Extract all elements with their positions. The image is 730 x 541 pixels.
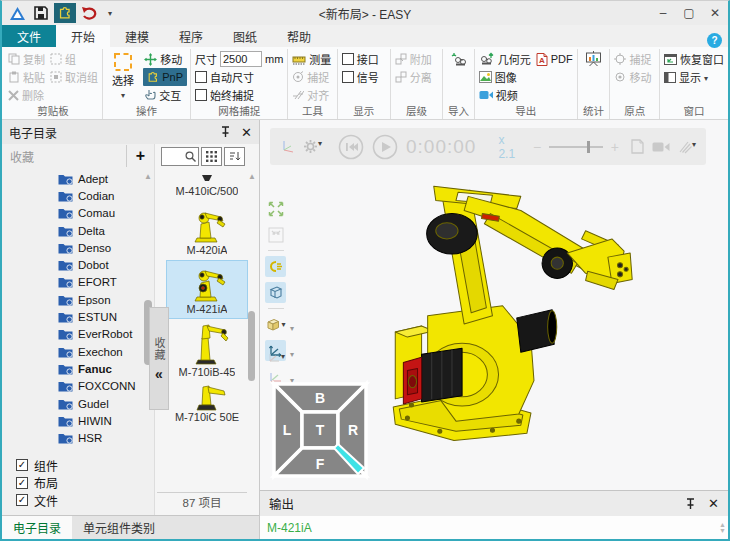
export-image-button[interactable]: 图像 [478,68,532,86]
view-cube[interactable]: B L T R F [270,372,370,482]
speed-plus-button[interactable]: + [611,139,619,155]
brand-item-selected[interactable]: Fanuc [58,360,154,377]
sort-button[interactable] [224,147,245,166]
zoom-fit-button[interactable] [265,198,286,219]
brand-item[interactable]: ESTUN [58,308,154,325]
output-close-icon[interactable]: ✕ [708,496,719,511]
paste-button[interactable]: 粘贴 [7,68,46,86]
tab-modeling[interactable]: 建模 [110,25,164,47]
brand-item[interactable]: Epson [58,291,154,308]
record-video-icon[interactable] [652,141,670,153]
play-button[interactable] [372,134,398,160]
help-icon[interactable]: ? [707,33,722,48]
tab-help[interactable]: 帮助 [272,25,326,47]
interface-checkbox[interactable]: 接口 [341,50,380,68]
render-mode-button[interactable] [265,282,286,303]
brand-item[interactable]: Adept [58,170,154,187]
speed-minus-button[interactable]: − [533,139,541,155]
robot-model[interactable] [368,166,704,490]
slider-handle[interactable] [587,141,590,153]
model-item[interactable]: M-710iB-45 [167,320,247,381]
filter-layout[interactable]: 布局 [16,474,154,492]
pin-icon[interactable] [685,498,696,510]
export-pdf-button[interactable]: APDF [535,50,574,68]
model-search-input[interactable] [161,147,199,166]
solid-view-button[interactable]: ▾ [265,314,286,335]
brand-item[interactable]: Dobot [58,256,154,273]
import-button[interactable] [449,50,469,68]
zoom-selection-button[interactable] [265,224,286,245]
auto-size-checkbox[interactable]: 自动尺寸 [194,68,284,86]
export-video-button[interactable]: 视频 [478,86,532,104]
move-button[interactable]: 移动 [143,50,187,68]
origin-snap-button[interactable]: 捕捉 [613,50,652,68]
settings-gear-icon[interactable] [303,139,322,154]
show-window-button[interactable]: 显示 [663,68,725,86]
origin-move-button[interactable]: 移动 [613,68,652,86]
brand-item[interactable]: Exechon [58,343,154,360]
pin-icon[interactable] [220,126,231,138]
export-pdf-icon[interactable] [631,139,644,154]
viewport-3d[interactable]: 0:00:00 x 2.1 − + ▾ [260,120,728,490]
snap-button[interactable]: 捕捉 [291,68,332,86]
model-item[interactable]: M-710iC 50E [167,383,247,426]
brand-item[interactable]: EverRobot [58,326,154,343]
tab-file[interactable]: 文件 [2,25,56,47]
tab-start[interactable]: 开始 [56,25,110,47]
brand-item[interactable]: Denso [58,239,154,256]
brand-item[interactable]: HIWIN [58,412,154,429]
scroll-up-icon[interactable]: ▲ [248,172,256,181]
select-button[interactable]: 选择 [106,50,140,100]
brand-item[interactable]: EFORT [58,274,154,291]
export-geometry-button[interactable]: 几何元 [478,50,532,68]
minimize-button[interactable]: – [650,3,676,23]
statistics-button[interactable] [584,50,603,68]
annotate-pen-icon[interactable] [678,140,696,154]
favorites-collapse-handle[interactable]: 收藏 « [149,307,169,410]
scroll-up-icon[interactable]: ▲ [144,172,152,181]
axis-triad-icon[interactable] [280,139,295,154]
brand-item[interactable]: Delta [58,222,154,239]
filter-components[interactable]: 组件 [16,457,154,475]
restore-window-button[interactable]: 恢复窗口 [663,50,725,68]
rewind-button[interactable] [338,134,364,160]
scrollbar-thumb[interactable] [248,311,255,381]
maximize-button[interactable]: ▢ [676,3,702,23]
model-item[interactable]: M-420iA [167,202,247,259]
attach-button[interactable]: 附加 [394,50,433,68]
pnp-button[interactable]: PnP [143,68,187,86]
always-snap-checkbox[interactable]: 始终捕捉 [194,86,284,104]
copy-button[interactable]: 复制 [7,50,46,68]
speed-slider[interactable] [549,146,603,148]
tab-drawing[interactable]: 图纸 [218,25,272,47]
group-button[interactable]: 组 [49,50,99,68]
detach-button[interactable]: 分离 [394,68,433,86]
mini-axis-icon[interactable] [268,352,285,363]
add-favorite-button[interactable]: + [126,145,154,167]
ungroup-button[interactable]: 取消组 [49,68,99,86]
panel-close-icon[interactable]: ✕ [241,125,252,140]
brand-item[interactable]: Comau [58,205,154,222]
close-button[interactable]: ✕ [702,3,728,23]
brand-item[interactable]: HSR [58,429,154,446]
grid-view-button[interactable] [201,147,222,166]
signal-checkbox[interactable]: 信号 [341,68,380,86]
qat-dropdown[interactable] [108,8,112,18]
lighting-button[interactable] [265,256,286,277]
measure-button[interactable]: 测量 [291,50,332,68]
interact-button[interactable]: 交互 [143,86,187,104]
delete-button[interactable]: 删除 [7,86,46,104]
align-button[interactable]: 对齐 [291,86,332,104]
model-list-scrollbar[interactable]: ▲ [248,172,257,489]
tab-program[interactable]: 程序 [164,25,218,47]
filter-files[interactable]: 文件 [16,492,154,510]
output-scrollbar[interactable]: ▲▼ [719,516,726,539]
model-item[interactable]: M-410iC/500 [167,171,247,200]
brand-item[interactable]: Gudel [58,395,154,412]
tab-component-category[interactable]: 单元组件类别 [72,516,166,539]
tab-catalog[interactable]: 电子目录 [2,516,72,539]
pnp-toggle-button[interactable] [54,3,76,23]
save-button[interactable] [30,3,52,23]
size-input[interactable] [220,51,262,67]
brand-item[interactable]: Codian [58,187,154,204]
